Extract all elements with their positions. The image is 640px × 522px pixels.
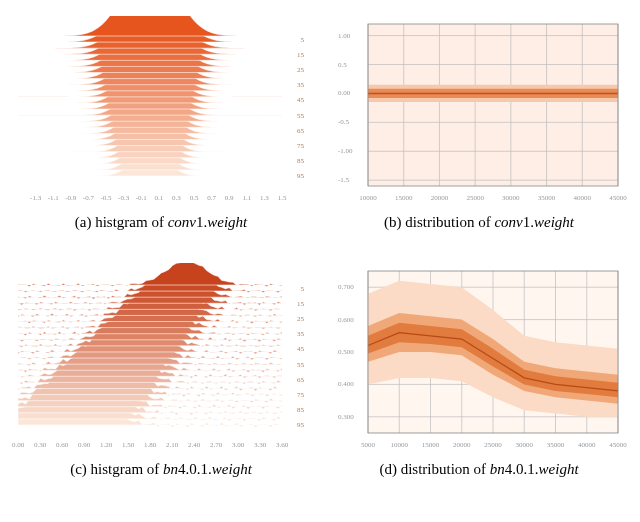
- plot-b: 1000015000200002500030000350004000045000…: [334, 16, 624, 204]
- svg-rect-0: [368, 24, 618, 186]
- caption-a: (a) histgram of conv1.weight: [75, 214, 247, 231]
- caption-a-var: conv: [168, 214, 196, 230]
- plot-d: 5000100001500020000250003000035000400004…: [334, 263, 624, 451]
- caption-c-mid: 4.0.1.: [178, 461, 212, 477]
- figure-grid: -1.3-1.1-0.9-0.7-0.5-0.3-0.10.10.30.50.7…: [10, 16, 630, 478]
- caption-b-suffix: weight: [534, 214, 574, 230]
- subfigure-a: -1.3-1.1-0.9-0.7-0.5-0.3-0.10.10.30.50.7…: [10, 16, 312, 231]
- caption-d-mid: 4.0.1.: [505, 461, 539, 477]
- caption-d-prefix: (d) distribution of: [379, 461, 489, 477]
- caption-b-mid: 1.: [523, 214, 534, 230]
- caption-d: (d) distribution of bn4.0.1.weight: [379, 461, 578, 478]
- caption-c-suffix: weight: [212, 461, 252, 477]
- subfigure-c: 0.000.300.600.901.201.501.802.102.402.70…: [10, 263, 312, 478]
- caption-c-var: bn: [163, 461, 178, 477]
- caption-a-prefix: (a) histgram of: [75, 214, 168, 230]
- caption-a-suffix: weight: [207, 214, 247, 230]
- caption-b-prefix: (b) distribution of: [384, 214, 494, 230]
- subfigure-b: 1000015000200002500030000350004000045000…: [328, 16, 630, 231]
- subfigure-d: 5000100001500020000250003000035000400004…: [328, 263, 630, 478]
- caption-d-var: bn: [490, 461, 505, 477]
- plot-c: 0.000.300.600.901.201.501.802.102.402.70…: [16, 263, 306, 451]
- caption-b: (b) distribution of conv1.weight: [384, 214, 574, 231]
- caption-c-prefix: (c) histgram of: [70, 461, 163, 477]
- caption-a-mid: 1.: [196, 214, 207, 230]
- caption-c: (c) histgram of bn4.0.1.weight: [70, 461, 252, 478]
- plot-a: -1.3-1.1-0.9-0.7-0.5-0.3-0.10.10.30.50.7…: [16, 16, 306, 204]
- caption-d-suffix: weight: [539, 461, 579, 477]
- caption-b-var: conv: [494, 214, 522, 230]
